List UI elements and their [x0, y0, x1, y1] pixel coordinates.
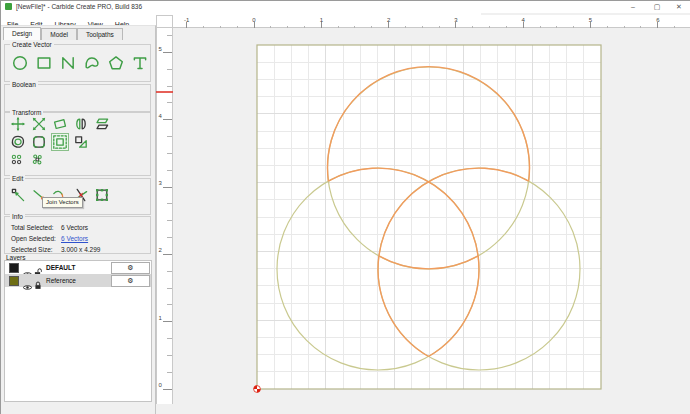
- circular-array-tool-glyph: [31, 153, 44, 166]
- circular-array-tool[interactable]: [31, 153, 44, 166]
- polygon-tool-glyph: [107, 54, 125, 72]
- curve-tool-glyph: [83, 54, 101, 72]
- boundary-tool-glyph: [94, 187, 110, 203]
- info-label: Open Selected:: [11, 233, 61, 244]
- curve-tool[interactable]: [83, 54, 101, 72]
- group-title-info: Info: [10, 213, 25, 221]
- info-group: Info Total Selected:6 VectorsOpen Select…: [4, 216, 151, 254]
- text-tool[interactable]: [131, 54, 149, 72]
- tooltip-join-vectors: Join Vectors: [42, 197, 83, 208]
- shear-tool[interactable]: [94, 116, 110, 132]
- visibility-eye-icon[interactable]: [22, 277, 33, 295]
- rotate-tool[interactable]: [52, 116, 68, 132]
- rotate-tool-glyph: [52, 116, 68, 132]
- node-edit-tool[interactable]: [10, 187, 26, 203]
- offset-tool[interactable]: [52, 134, 68, 150]
- create-vector-group: Create Vector: [4, 44, 151, 82]
- layer-list: DEFAULT⚙Reference⚙: [4, 260, 152, 402]
- origin-marker[interactable]: [254, 386, 261, 393]
- linear-array-tool[interactable]: [10, 153, 23, 166]
- linear-array-tool-glyph: [10, 153, 23, 166]
- ruler-corner: [156, 15, 173, 28]
- trace-tool[interactable]: [10, 134, 26, 150]
- layer-row-reference[interactable]: Reference⚙: [5, 274, 151, 287]
- polyline-tool-glyph: [59, 54, 77, 72]
- rectangle-tool-glyph: [35, 54, 53, 72]
- close-button[interactable]: ✕: [669, 1, 689, 13]
- app-window: [NewFile]* - Carbide Create PRO, Build 8…: [0, 0, 690, 414]
- rectangle-tool[interactable]: [35, 54, 53, 72]
- boundary-tool[interactable]: [94, 187, 110, 203]
- transform-group: Transform: [4, 112, 151, 176]
- polygon-tool[interactable]: [107, 54, 125, 72]
- maximize-button[interactable]: ▢: [647, 1, 667, 13]
- info-label: Total Selected:: [11, 222, 61, 233]
- layer-name: DEFAULT: [46, 264, 76, 272]
- lock-closed-icon[interactable]: [34, 276, 42, 294]
- trace-tool-glyph: [10, 134, 26, 150]
- info-row: Selected Size:3.000 x 4.299: [11, 244, 147, 255]
- move-tool-glyph: [10, 116, 26, 132]
- ruler-position-indicator: [156, 91, 173, 93]
- group-title-boolean: Boolean: [10, 81, 38, 89]
- mirror-tool[interactable]: [73, 116, 89, 132]
- panel-tabs: DesignModelToolpaths: [3, 26, 123, 40]
- app-icon: [5, 3, 12, 10]
- circle-tool-glyph: [11, 54, 29, 72]
- layer-settings-button[interactable]: ⚙: [111, 262, 150, 274]
- info-value: 6 Vectors: [61, 224, 88, 231]
- layer-row-default[interactable]: DEFAULT⚙: [5, 261, 151, 274]
- tab-model[interactable]: Model: [41, 28, 77, 40]
- info-value: 3.000 x 4.299: [61, 246, 100, 253]
- layer-settings-button[interactable]: ⚙: [111, 275, 150, 287]
- layer-name: Reference: [46, 277, 76, 285]
- fillet-tool[interactable]: [31, 134, 47, 150]
- group-title-edit: Edit: [10, 175, 25, 183]
- info-row: Open Selected:6 Vectors: [11, 233, 147, 244]
- layer-color-swatch[interactable]: [9, 276, 19, 286]
- scale-stock-tool[interactable]: [73, 134, 89, 150]
- open-selected-link[interactable]: 6 Vectors: [61, 235, 88, 242]
- info-row: Total Selected:6 Vectors: [11, 222, 147, 233]
- edit-group: Edit Join Vectors: [4, 178, 151, 215]
- ruler-top: -10123456: [173, 15, 690, 28]
- title-bar: [NewFile]* - Carbide Create PRO, Build 8…: [1, 1, 690, 13]
- window-title: [NewFile]* - Carbide Create PRO, Build 8…: [16, 2, 142, 12]
- minimize-button[interactable]: –: [623, 1, 643, 13]
- shear-tool-glyph: [94, 116, 110, 132]
- grid-minor: [257, 45, 601, 389]
- node-edit-tool-glyph: [10, 187, 26, 203]
- design-canvas[interactable]: [173, 28, 690, 414]
- circle-tool[interactable]: [11, 54, 29, 72]
- svg-text:-1: -1: [184, 17, 190, 23]
- group-title-create-vector: Create Vector: [10, 41, 54, 49]
- layer-color-swatch[interactable]: [9, 263, 19, 273]
- text-tool-glyph: [131, 54, 149, 72]
- mirror-tool-glyph: [73, 116, 89, 132]
- design-panel: DesignModelToolpaths Create Vector Boole…: [1, 25, 156, 414]
- scale-tool-glyph: [31, 116, 47, 132]
- scale-stock-tool-glyph: [73, 134, 89, 150]
- tab-design[interactable]: Design: [3, 27, 41, 40]
- boolean-group: Boolean: [4, 84, 151, 112]
- tab-toolpaths[interactable]: Toolpaths: [77, 28, 123, 40]
- move-tool[interactable]: [10, 116, 26, 132]
- polyline-tool[interactable]: [59, 54, 77, 72]
- ruler-left: 543210: [156, 28, 173, 404]
- offset-tool-glyph: [52, 134, 68, 150]
- fillet-tool-glyph: [31, 134, 47, 150]
- scale-tool[interactable]: [31, 116, 47, 132]
